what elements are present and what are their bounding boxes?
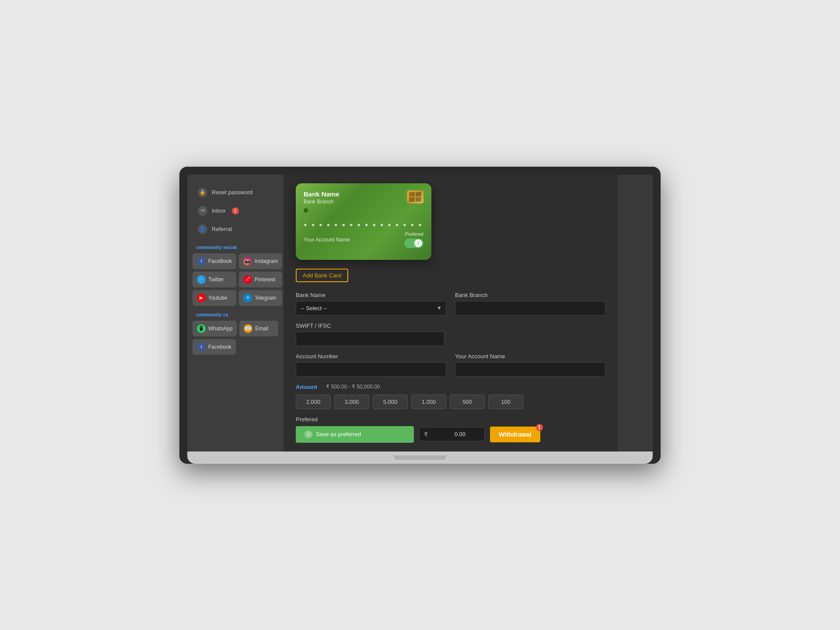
toggle-knob: ✓ xyxy=(414,239,422,247)
bank-name-select-wrapper: -- Select -- ▼ xyxy=(296,301,446,315)
account-number-label: Account Number xyxy=(296,353,446,360)
card-bank-name: Bank Name xyxy=(304,190,424,198)
swift-label: SWIFT / IFSC xyxy=(296,322,444,329)
cs-grid-2: f Facebook xyxy=(192,339,278,355)
bank-card: Bank Name Bank Branch ● ● ● ● ● ● ● ● ● … xyxy=(296,183,431,260)
social-grid: f FaceBook 📷 Instagram 🐦 Twitter 📌 Pinte… xyxy=(192,253,278,306)
sidebar-item-inbox[interactable]: ✉ Inbox 1 xyxy=(192,202,278,220)
your-account-name-input[interactable] xyxy=(455,362,606,377)
sidebar-item-whatsapp[interactable]: 📱 WhatsApp xyxy=(192,321,237,336)
amount-input-wrapper: ₹ xyxy=(419,427,485,441)
referral-icon: 👤 xyxy=(198,224,207,234)
sidebar-item-instagram[interactable]: 📷 Instagram xyxy=(239,253,282,269)
card-account-name: Your Account Name xyxy=(304,237,350,243)
account-number-input[interactable] xyxy=(296,362,446,377)
amount-label: Amount xyxy=(296,384,317,390)
amount-btn-5000[interactable]: 5,000 xyxy=(373,395,408,409)
your-account-name-label: Your Account Name xyxy=(455,353,606,360)
card-preferred-area: Prefered ✓ xyxy=(404,231,424,248)
amount-btn-1000[interactable]: 1,000 xyxy=(411,395,446,409)
sidebar-item-pinterest[interactable]: 📌 Pinterest xyxy=(239,272,282,287)
pinterest-label: Pinterest xyxy=(255,276,275,283)
amount-btn-2000[interactable]: 2,000 xyxy=(296,395,331,409)
swift-row: SWIFT / IFSC xyxy=(296,322,606,346)
card-number: ● ● ● ● ● ● ● ● ● ● ● ● ● ● ● ● xyxy=(304,221,424,228)
bank-name-group: Bank Name -- Select -- ▼ xyxy=(296,292,446,315)
youtube-icon: ▶ xyxy=(197,294,206,302)
twitter-label: Twitter xyxy=(208,276,224,283)
account-number-group: Account Number xyxy=(296,353,446,377)
sidebar-item-email[interactable]: 📧 Email xyxy=(239,321,278,336)
sidebar-item-telegram[interactable]: ✈ Telegram xyxy=(239,290,282,306)
sidebar-item-facebook-cs[interactable]: f Facebook xyxy=(192,339,236,355)
community-social-label: community social xyxy=(196,245,278,250)
card-dot xyxy=(304,208,308,213)
whatsapp-label: WhatsApp xyxy=(208,326,232,332)
right-panel xyxy=(618,175,653,452)
withdrawal-badge: 1 xyxy=(536,424,543,431)
card-preferred-label: Prefered xyxy=(405,231,424,237)
pinterest-icon: 📌 xyxy=(243,275,252,284)
bank-name-branch-row: Bank Name -- Select -- ▼ Bank Branch xyxy=(296,292,606,315)
preferred-row: ✓ Save as preferred ₹ Withdrawal 1 xyxy=(296,426,606,443)
twitter-icon: 🐦 xyxy=(197,275,206,284)
card-bottom: Your Account Name Prefered ✓ xyxy=(304,231,424,248)
your-account-name-group: Your Account Name xyxy=(455,353,606,377)
bank-name-label: Bank Name xyxy=(296,292,446,298)
bank-branch-group: Bank Branch xyxy=(455,292,606,315)
reset-password-label: Reset password xyxy=(212,189,252,196)
preferred-toggle[interactable]: ✓ xyxy=(404,238,424,248)
save-preferred-label: Save as preferred xyxy=(316,431,361,438)
main-content: Bank Name Bank Branch ● ● ● ● ● ● ● ● ● … xyxy=(284,175,618,452)
card-branch: Bank Branch xyxy=(304,199,424,205)
sidebar-item-twitter[interactable]: 🐦 Twitter xyxy=(192,272,236,287)
referral-label: Referral xyxy=(212,226,232,232)
currency-symbol: ₹ xyxy=(424,431,428,438)
amount-header: Amount ₹ 500.00 - ₹ 50,000.00 xyxy=(296,384,606,390)
facebook-label: FaceBook xyxy=(208,258,232,264)
swift-input[interactable] xyxy=(296,332,444,346)
instagram-icon: 📷 xyxy=(243,257,252,266)
youtube-label: Youtube xyxy=(208,295,228,301)
account-row: Account Number Your Account Name xyxy=(296,353,606,377)
inbox-icon: ✉ xyxy=(198,206,207,216)
whatsapp-icon: 📱 xyxy=(197,324,206,333)
check-circle-icon: ✓ xyxy=(304,430,312,438)
facebook-cs-label: Facebook xyxy=(208,344,231,350)
community-cs-label: community cs xyxy=(196,312,278,317)
sidebar: 🔒 Reset password ✉ Inbox 1 👤 Referral co… xyxy=(187,175,284,452)
inbox-badge: 1 xyxy=(232,207,239,214)
swift-group: SWIFT / IFSC xyxy=(296,322,444,346)
bank-branch-label: Bank Branch xyxy=(455,292,606,298)
save-preferred-button[interactable]: ✓ Save as preferred xyxy=(296,426,414,443)
add-bank-card-button[interactable]: Add Bank Card xyxy=(296,269,348,282)
amount-range: ₹ 500.00 - ₹ 50,000.00 xyxy=(326,384,380,390)
reset-password-icon: 🔒 xyxy=(198,188,207,197)
amount-grid: 2,000 3,000 5,000 1,000 500 100 xyxy=(296,395,606,409)
sidebar-item-referral[interactable]: 👤 Referral xyxy=(192,220,278,238)
cs-grid: 📱 WhatsApp 📧 Email xyxy=(192,321,278,336)
facebook-icon: f xyxy=(197,257,206,266)
preferred-section-label: Prefered xyxy=(296,416,606,423)
email-icon: 📧 xyxy=(244,324,252,333)
card-chip xyxy=(407,190,424,203)
bank-name-select[interactable]: -- Select -- xyxy=(296,301,446,315)
email-label: Email xyxy=(255,326,268,332)
telegram-icon: ✈ xyxy=(243,294,252,302)
withdrawal-button[interactable]: Withdrawal 1 xyxy=(490,427,540,442)
laptop-notch xyxy=(394,455,446,460)
telegram-label: Telegram xyxy=(255,295,276,301)
sidebar-item-youtube[interactable]: ▶ Youtube xyxy=(192,290,236,306)
facebook-cs-icon: f xyxy=(197,343,206,351)
inbox-label: Inbox xyxy=(212,207,226,214)
sidebar-item-facebook[interactable]: f FaceBook xyxy=(192,253,236,269)
bank-branch-input[interactable] xyxy=(455,301,606,315)
amount-btn-500[interactable]: 500 xyxy=(450,395,485,409)
sidebar-item-reset-password[interactable]: 🔒 Reset password xyxy=(192,183,278,202)
amount-btn-100[interactable]: 100 xyxy=(488,395,523,409)
instagram-label: Instagram xyxy=(255,258,278,264)
withdrawal-amount-input[interactable] xyxy=(430,427,466,441)
amount-btn-3000[interactable]: 3,000 xyxy=(334,395,369,409)
